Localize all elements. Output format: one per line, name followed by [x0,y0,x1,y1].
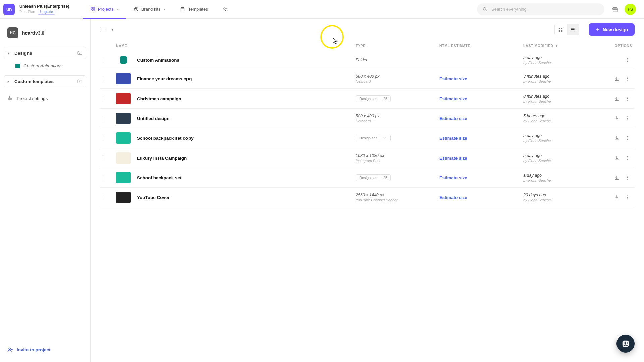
row-name: Christmas campaign [137,96,181,101]
add-folder-icon[interactable] [77,79,83,84]
estimate-size-link[interactable]: Estimate size [439,175,467,180]
table-row[interactable]: Luxury Insta Campaign1080 x 1080 pxInsta… [100,148,635,168]
row-checkbox[interactable] [103,175,103,181]
more-options-icon[interactable] [623,173,632,182]
estimate-size-link[interactable]: Estimate size [439,136,467,141]
svg-point-4 [134,7,138,11]
row-name: Untitled design [137,116,170,121]
gift-icon[interactable] [612,6,619,13]
svg-point-28 [9,348,10,349]
search-input[interactable] [491,6,599,12]
column-header-name[interactable]: NAME [113,40,353,51]
design-set-badge: Design set25 [356,135,391,141]
more-options-icon[interactable] [623,193,632,202]
row-checkbox[interactable] [103,116,103,121]
design-thumbnail [116,73,131,84]
upgrade-button[interactable]: Upgrade [38,9,55,15]
column-header-type[interactable]: TYPE [353,40,437,51]
estimate-size-link[interactable]: Estimate size [439,96,467,101]
row-name: YouTube Cover [137,195,170,200]
chevron-down-icon: ▾ [164,7,165,11]
row-checkbox[interactable] [103,135,103,141]
more-options-icon[interactable] [623,134,632,142]
download-icon[interactable] [612,114,621,123]
view-toggle [554,24,579,35]
table-row[interactable]: YouTube Cover2560 x 1440 pxYouTube Chann… [100,188,635,207]
topnav-item-people[interactable] [215,0,235,19]
more-options-icon[interactable] [623,56,632,64]
row-type-sub: Netboard [356,119,434,123]
download-icon[interactable] [612,154,621,162]
table-row[interactable]: Christmas campaignDesign set25Estimate s… [100,89,635,109]
search-box[interactable] [477,3,604,15]
table-row[interactable]: Finance your dreams cpg580 x 400 pxNetbo… [100,69,635,89]
app-logo[interactable]: un [3,4,15,15]
column-header-estimate[interactable]: HTML Estimate [437,40,521,51]
estimate-size-link[interactable]: Estimate size [439,76,467,81]
row-type: 580 x 400 px [356,74,434,79]
invite-to-project-button[interactable]: Invite to project [7,347,83,353]
estimate-size-link[interactable]: Estimate size [439,156,467,161]
table-row[interactable]: Untitled design580 x 400 pxNetboardEstim… [100,109,635,128]
table-row[interactable]: School backpack set copyDesign set25Esti… [100,128,635,148]
download-icon[interactable] [612,94,621,103]
svg-rect-8 [181,8,184,11]
row-modified-time: 8 minutes ago [523,94,592,99]
sidebar-item-custom-templates[interactable]: ▸ Custom templates [4,75,86,87]
add-folder-icon[interactable] [77,50,83,56]
row-checkbox[interactable] [103,76,103,82]
more-options-icon[interactable] [623,154,632,162]
topnav-item-label: Projects [98,7,114,12]
intercom-icon [621,339,630,348]
plus-icon [595,27,600,32]
row-checkbox[interactable] [103,57,103,63]
chevron-down-icon: ▾ [8,51,11,55]
support-chat-button[interactable] [616,335,635,353]
sidebar-item-project-settings[interactable]: Project settings [4,92,86,104]
row-type-sub: Instagram Post [356,159,434,163]
svg-point-52 [627,136,628,137]
download-icon[interactable] [612,134,621,142]
sidebar-item-designs[interactable]: ▾ Designs [4,47,86,59]
select-menu-chevron[interactable]: ▾ [110,26,115,33]
search-icon [482,7,487,12]
estimate-size-link[interactable]: Estimate size [439,195,467,200]
svg-point-55 [627,156,628,157]
topnav-item-templates[interactable]: Templates [173,0,215,19]
download-icon[interactable] [612,193,621,202]
column-header-modified[interactable]: LAST MODIFIED ▾ [521,40,594,51]
list-view-button[interactable] [567,24,579,35]
row-checkbox[interactable] [103,96,103,102]
topnav-item-projects[interactable]: Projects▾ [83,0,126,19]
table-row[interactable]: School backpack setDesign set25Estimate … [100,168,635,188]
invite-icon [7,347,13,353]
svg-point-27 [9,99,10,100]
workspace-selector[interactable]: HC hcarttv3.0 [4,25,86,41]
more-options-icon[interactable] [623,74,632,83]
download-icon[interactable] [612,173,621,182]
estimate-size-link[interactable]: Estimate size [439,116,467,121]
sidebar-item-custom-animations[interactable]: Custom Animations [4,61,86,71]
svg-point-49 [627,116,628,117]
download-icon[interactable] [612,74,621,83]
grid-view-button[interactable] [555,24,567,35]
new-design-button[interactable]: New design [589,23,635,36]
row-checkbox[interactable] [103,155,103,161]
folder-icon [120,56,127,64]
svg-point-44 [627,78,628,79]
more-options-icon[interactable] [623,114,632,123]
svg-point-48 [627,100,628,100]
select-all-checkbox[interactable] [100,27,105,32]
design-thumbnail [116,132,131,144]
svg-point-11 [224,8,225,9]
row-modified-time: a day ago [523,133,592,138]
svg-point-51 [627,119,628,120]
topnav-item-brand-kits[interactable]: Brand kits▾ [126,0,173,19]
row-checkbox[interactable] [103,195,103,200]
svg-rect-0 [91,7,92,9]
row-type: 1080 x 1080 px [356,153,434,158]
svg-point-62 [627,197,628,198]
table-row[interactable]: Custom AnimationsFoldera day agoby Flori… [100,51,635,69]
user-avatar[interactable]: FS [625,4,636,15]
more-options-icon[interactable] [623,94,632,103]
